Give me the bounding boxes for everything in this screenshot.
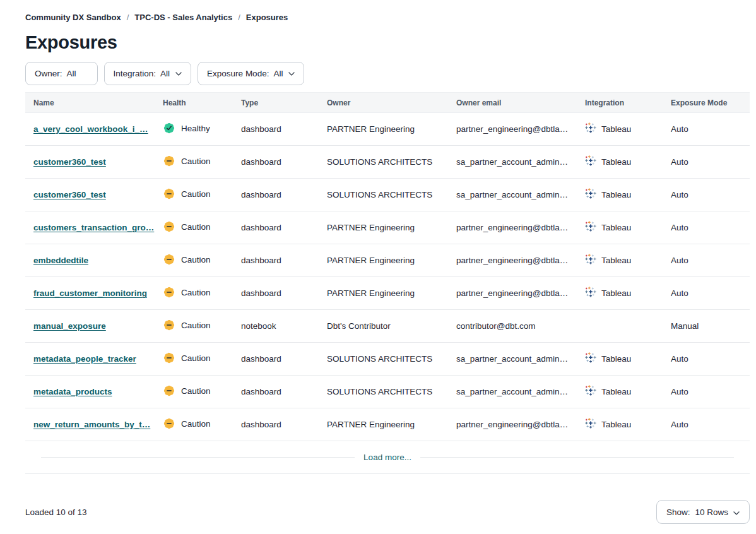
health-label: Caution xyxy=(181,386,211,396)
tableau-icon xyxy=(585,385,596,398)
integration-filter-dropdown[interactable]: Integration: All xyxy=(104,62,192,85)
health-badge: Caution xyxy=(163,220,211,233)
integration-label: Tableau xyxy=(601,354,631,364)
owner-email-cell: partner_engineering@dbtla… xyxy=(448,277,577,310)
owner-cell: SOLUTIONS ARCHITECTS xyxy=(319,343,448,376)
table-row: customers_transaction_gro… Caution dashb… xyxy=(25,211,750,244)
integration-content: Tableau xyxy=(585,221,631,234)
type-cell: dashboard xyxy=(233,277,319,310)
exposures-page: Community DX Sandbox / TPC-DS - Sales An… xyxy=(25,0,750,524)
divider xyxy=(420,457,734,458)
health-seal-icon xyxy=(163,286,175,299)
exposure-name-link[interactable]: a_very_cool_workbook_i_… xyxy=(33,124,148,134)
exposures-table: Name Health Type Owner Owner email Integ… xyxy=(25,92,750,441)
filter-label: Integration: xyxy=(114,69,157,78)
owner-email-cell: partner_engineering@dbtla… xyxy=(448,244,577,277)
integration-cell: Tableau xyxy=(577,376,663,408)
show-rows-dropdown[interactable]: Show: 10 Rows xyxy=(656,500,750,524)
tableau-icon xyxy=(585,221,596,234)
exposure-name-link[interactable]: embeddedtile xyxy=(33,256,88,265)
table-header: Name Health Type Owner Owner email Integ… xyxy=(25,93,750,113)
health-label: Healthy xyxy=(181,124,210,133)
breadcrumb-separator: / xyxy=(238,13,240,22)
name-cell: customer360_test xyxy=(25,146,155,179)
table-row: metadata_people_tracker Caution dashboar… xyxy=(25,343,750,376)
owner-email-cell: sa_partner_account_admin… xyxy=(448,376,577,408)
table-row: metadata_products Caution dashboard SOLU… xyxy=(25,376,750,408)
health-badge: Caution xyxy=(163,384,211,397)
load-more-link[interactable]: Load more... xyxy=(355,453,420,462)
exposure-name-link[interactable]: metadata_people_tracker xyxy=(33,354,136,364)
tableau-icon xyxy=(585,287,596,300)
filter-label: Exposure Mode: xyxy=(207,69,269,78)
integration-label: Tableau xyxy=(601,157,631,167)
type-cell: dashboard xyxy=(233,179,319,211)
column-header-owner: Owner xyxy=(319,93,448,113)
type-cell: dashboard xyxy=(233,343,319,376)
exposure-name-link[interactable]: customers_transaction_gro… xyxy=(33,223,154,232)
exposure-mode-cell: Auto xyxy=(663,211,750,244)
health-seal-icon xyxy=(163,384,175,397)
integration-label: Tableau xyxy=(601,387,631,396)
breadcrumb-separator: / xyxy=(127,13,129,22)
name-cell: customer360_test xyxy=(25,179,155,211)
integration-cell: Tableau xyxy=(577,277,663,310)
owner-email-cell: partner_engineering@dbtla… xyxy=(448,113,577,146)
chevron-down-icon xyxy=(175,72,182,76)
chevron-down-icon xyxy=(733,507,740,517)
integration-content: Tableau xyxy=(585,287,631,300)
health-label: Caution xyxy=(181,321,211,330)
health-seal-icon xyxy=(163,155,175,167)
integration-cell: Tableau xyxy=(577,211,663,244)
exposure-mode-cell: Auto xyxy=(663,343,750,376)
health-seal-icon xyxy=(163,352,175,364)
tableau-icon xyxy=(585,122,596,136)
health-label: Caution xyxy=(181,288,211,297)
integration-cell: Tableau xyxy=(577,244,663,277)
show-label: Show: xyxy=(666,507,690,517)
exposure-name-link[interactable]: new_return_amounts_by_t… xyxy=(33,420,150,429)
show-value: 10 Rows xyxy=(695,507,728,517)
exposure-mode-cell: Auto xyxy=(663,277,750,310)
load-more-row: Load more... xyxy=(25,441,750,474)
filter-value: All xyxy=(67,69,76,78)
page-title: Exposures xyxy=(25,32,750,53)
breadcrumb-current: Exposures xyxy=(246,13,288,22)
integration-cell: Tableau xyxy=(577,113,663,146)
owner-filter-dropdown[interactable]: Owner: All xyxy=(25,62,98,85)
exposure-name-link[interactable]: customer360_test xyxy=(33,157,106,167)
health-cell: Caution xyxy=(155,343,233,376)
exposure-mode-cell: Auto xyxy=(663,179,750,211)
column-header-integration: Integration xyxy=(577,93,663,113)
breadcrumb-project-link[interactable]: Community DX Sandbox xyxy=(25,13,121,22)
integration-content: Tableau xyxy=(585,254,631,267)
owner-cell: PARTNER Engineering xyxy=(319,244,448,277)
name-cell: a_very_cool_workbook_i_… xyxy=(25,113,155,146)
integration-label: Tableau xyxy=(601,288,631,298)
integration-cell: Tableau xyxy=(577,408,663,441)
name-cell: metadata_people_tracker xyxy=(25,343,155,376)
exposure-name-link[interactable]: metadata_products xyxy=(33,387,112,396)
health-badge: Caution xyxy=(163,352,211,364)
health-cell: Caution xyxy=(155,244,233,277)
type-cell: dashboard xyxy=(233,211,319,244)
exposure-name-link[interactable]: customer360_test xyxy=(33,190,106,199)
health-label: Caution xyxy=(181,189,211,199)
exposure-mode-filter-dropdown[interactable]: Exposure Mode: All xyxy=(198,62,304,85)
type-cell: dashboard xyxy=(233,113,319,146)
breadcrumb-environment-link[interactable]: TPC-DS - Sales Analytics xyxy=(134,13,232,22)
chevron-down-icon xyxy=(82,72,88,76)
exposure-name-link[interactable]: manual_exposure xyxy=(33,321,106,331)
health-badge: Caution xyxy=(163,417,211,430)
table-row: new_return_amounts_by_t… Caution dashboa… xyxy=(25,408,750,441)
exposure-name-link[interactable]: fraud_customer_monitoring xyxy=(33,288,147,298)
type-cell: dashboard xyxy=(233,146,319,179)
health-seal-icon xyxy=(163,253,175,266)
exposure-mode-cell: Auto xyxy=(663,244,750,277)
health-label: Caution xyxy=(181,255,211,264)
health-badge: Healthy xyxy=(163,122,210,134)
exposure-mode-cell: Auto xyxy=(663,146,750,179)
owner-cell: SOLUTIONS ARCHITECTS xyxy=(319,179,448,211)
exposure-mode-cell: Auto xyxy=(663,408,750,441)
health-cell: Caution xyxy=(155,179,233,211)
